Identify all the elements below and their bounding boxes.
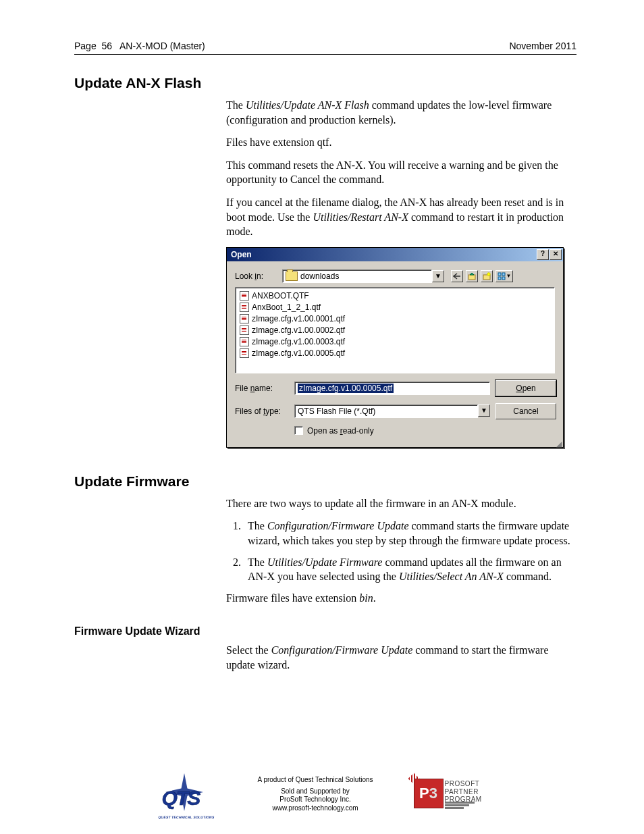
back-icon[interactable] <box>451 270 463 282</box>
list-item: The Configuration/Firmware Update comman… <box>244 519 576 548</box>
file-icon <box>240 337 249 346</box>
read-only-checkbox[interactable] <box>294 426 303 435</box>
dialog-title: Open <box>231 250 252 259</box>
footer-text: A product of Quest Technical Solutions S… <box>257 776 373 812</box>
folder-icon <box>286 271 298 281</box>
paragraph: Select the Configuration/Firmware Update… <box>226 643 576 672</box>
look-in-value: downloads <box>300 271 339 281</box>
paragraph: This command resets the AN-X. You will r… <box>226 158 576 187</box>
header-left: Page 56 AN-X-MOD (Master) <box>74 41 205 51</box>
file-icon <box>240 325 249 335</box>
views-icon[interactable]: ▼ <box>495 270 513 282</box>
help-button[interactable]: ? <box>537 249 549 260</box>
paragraph: The Utilities/Update AN-X Flash command … <box>226 98 576 127</box>
up-level-icon[interactable] <box>466 270 478 282</box>
page-footer: QTS QUEST TECHNICAL SOLUTIONS A product … <box>0 771 644 818</box>
heading-update-firmware: Update Firmware <box>74 473 576 490</box>
cancel-button[interactable]: Cancel <box>495 403 556 419</box>
prosoft-partner-logo: P3 PROSOFT PARTNER PROGRAM <box>414 775 488 814</box>
chevron-down-icon[interactable]: ▼ <box>478 405 490 417</box>
look-in-label: Look in: <box>235 271 282 281</box>
files-of-type-label: Files of type: <box>235 407 289 416</box>
file-icon <box>240 348 249 358</box>
qts-logo: QTS QUEST TECHNICAL SOLUTIONS <box>156 771 217 818</box>
svg-rect-0 <box>468 275 475 280</box>
open-file-dialog: Open ? ✕ Look in: downloads <box>226 247 564 448</box>
file-icon <box>240 314 249 323</box>
list-item[interactable]: zImage.cfg.v1.00.0002.qtf <box>240 325 550 336</box>
file-icon <box>240 291 249 301</box>
svg-rect-3 <box>498 273 501 276</box>
close-button[interactable]: ✕ <box>549 249 562 260</box>
page-header: Page 56 AN-X-MOD (Master) November 2011 <box>74 41 576 55</box>
chevron-down-icon[interactable]: ▼ <box>432 270 444 282</box>
file-name-label: File name: <box>235 384 289 393</box>
file-icon <box>240 303 249 312</box>
list-item[interactable]: ANXBOOT.QTF <box>240 290 550 302</box>
svg-rect-6 <box>502 277 505 280</box>
header-date: November 2011 <box>509 41 576 51</box>
paragraph: Firmware files have extension bin. <box>226 591 576 606</box>
svg-rect-4 <box>502 273 505 276</box>
file-name-input[interactable]: zImage.cfg.v1.00.0005.qtf <box>294 382 490 395</box>
list-item[interactable]: zImage.cfg.v1.00.0005.qtf <box>240 348 550 359</box>
dialog-titlebar[interactable]: Open ? ✕ <box>227 248 563 261</box>
file-list[interactable]: ANXBOOT.QTF AnxBoot_1_2_1.qtf zImage.cfg… <box>235 287 555 373</box>
paragraph: If you cancel at the filename dialog, th… <box>226 195 576 239</box>
list-item[interactable]: zImage.cfg.v1.00.0001.qtf <box>240 313 550 325</box>
new-folder-icon[interactable] <box>481 270 493 282</box>
resize-grip[interactable]: ◢ <box>227 441 563 447</box>
svg-point-2 <box>487 273 490 276</box>
look-in-combo[interactable]: downloads ▼ <box>282 269 444 283</box>
paragraph: There are two ways to update all the fir… <box>226 496 576 511</box>
list-item: The Utilities/Update Firmware command up… <box>244 555 576 584</box>
list-item[interactable]: zImage.cfg.v1.00.0003.qtf <box>240 336 550 348</box>
list-item[interactable]: AnxBoot_1_2_1.qtf <box>240 302 550 313</box>
files-of-type-combo[interactable]: QTS Flash File (*.Qtf) ▼ <box>294 405 490 418</box>
open-button[interactable]: Open <box>495 380 556 396</box>
heading-firmware-update-wizard: Firmware Update Wizard <box>74 625 576 637</box>
read-only-label: Open as read-only <box>307 426 374 436</box>
svg-rect-5 <box>498 277 501 280</box>
heading-update-anx-flash: Update AN-X Flash <box>74 75 576 91</box>
paragraph: Files have extension qtf. <box>226 135 576 150</box>
